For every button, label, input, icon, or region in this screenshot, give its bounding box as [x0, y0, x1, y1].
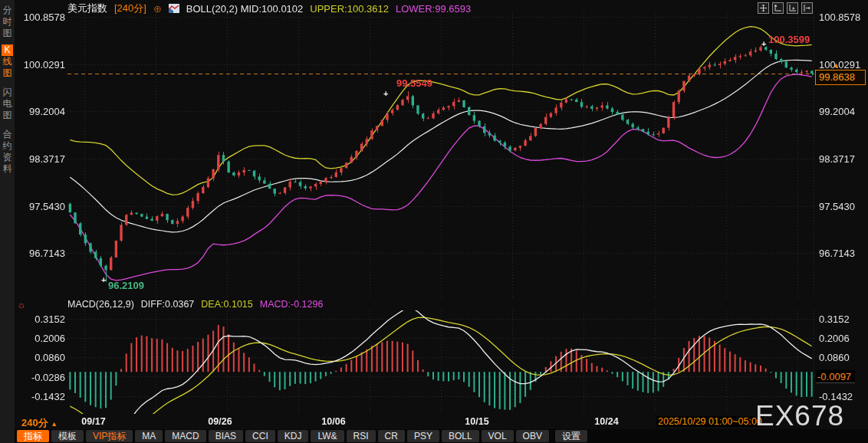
alert-icon[interactable]: ☼ [17, 300, 26, 310]
target-circle-icon[interactable]: ⊕ [153, 3, 162, 15]
ma-button[interactable]: MA [135, 430, 163, 442]
chart-header: 美元指数 [240分] ⊕ BOLL(20,2) MID:100.0102 UP… [67, 2, 471, 15]
app-window: 分时图 K 线图 闪电图 合约资料 美元指数 [240分] ⊕ BOLL(20,… [0, 0, 868, 443]
macd-axis-label: 0.3152 [0, 313, 65, 325]
period-corner-label[interactable]: 240分 ▲ [21, 416, 58, 430]
swing-high-marker-icon: + [383, 90, 388, 97]
candlestick-chart-canvas[interactable] [0, 0, 868, 429]
period-text: 240分 [21, 417, 48, 428]
period-up-arrow-icon: ▲ [51, 420, 58, 428]
sidebar-tab-label: 合约资料 [2, 129, 13, 175]
y-axis-label: 100.0291 [0, 59, 65, 71]
macd-diff-value: DIFF:0.0367 [141, 299, 194, 310]
period-label: [240分] [114, 2, 146, 15]
macd-axis-label: 0.0860 [0, 352, 65, 363]
y-axis-label: 96.7143 [0, 248, 65, 259]
boll-button[interactable]: BOLL [442, 430, 479, 442]
chart-tool-icons [758, 2, 813, 14]
boll-lower-value: LOWER:99.6593 [396, 3, 471, 15]
boll-settings-label: BOLL(20,2) MID:100.0102 [186, 3, 303, 15]
x-axis-row: 240分 ▲ 09/17 09/26 10/06 10/15 10/24 202… [0, 415, 868, 429]
macd-axis-label: 0.2006 [0, 333, 65, 344]
sidebar-tab-contract-info[interactable]: 合约资料 [0, 129, 15, 175]
bottom-toolbar: 指标 模板 VIP指标 MA MACD BIAS CCI KDJ LW& RSI… [15, 429, 868, 443]
macd-title: MACD(26,12,9) [67, 299, 134, 310]
settings-button[interactable]: 设置 [555, 430, 587, 442]
y-axis-label: 100.8578 [819, 11, 860, 23]
cr-button[interactable]: CR [378, 430, 405, 442]
psy-button[interactable]: PSY [407, 430, 439, 442]
y-axis-label: 100.8578 [0, 11, 65, 23]
y-axis-label: 98.3717 [819, 153, 855, 165]
low-price-label: 96.2109 [108, 280, 144, 291]
obv-button[interactable]: OBV [516, 430, 549, 442]
y-axis-label: 96.7143 [819, 248, 855, 259]
macd-value-badge: -0.0097 [816, 370, 855, 383]
lwr-button[interactable]: LW& [311, 430, 344, 442]
cci-button[interactable]: CCI [245, 430, 275, 442]
template-button[interactable]: 模板 [51, 430, 84, 442]
kdj-button[interactable]: KDJ [278, 430, 309, 442]
vip-indicator-button[interactable]: VIP指标 [86, 430, 133, 442]
macd-axis-label: 0.3152 [819, 313, 850, 325]
y-axis-label: 97.5430 [0, 201, 65, 212]
x-axis-date: 10/06 [321, 416, 345, 427]
vol-button[interactable]: VOL [482, 430, 514, 442]
macd-dea-value: DEA:0.1015 [201, 299, 252, 310]
bias-button[interactable]: BIAS [209, 430, 243, 442]
low-marker-icon: + [101, 277, 106, 283]
swing-high-price-label: 99.5549 [396, 77, 432, 89]
x-axis-date: 10/24 [594, 416, 618, 427]
sidebar-tab-label-active: K [2, 44, 13, 56]
scale-right-axis-icon[interactable] [787, 2, 798, 14]
pan-right-icon[interactable] [801, 2, 813, 14]
watermark: EX678 [755, 402, 844, 431]
high-price-label: 100.3599 [768, 34, 810, 45]
last-price-badge: 99.8638 [815, 70, 866, 85]
price-up-arrow-icon: ▲ [833, 61, 840, 69]
scale-left-axis-icon[interactable] [772, 2, 784, 14]
symbol-name: 美元指数 [67, 2, 107, 15]
x-axis-date: 10/15 [465, 416, 488, 427]
indicator-button[interactable]: 指标 [17, 430, 49, 442]
y-axis-label: 98.3717 [0, 153, 65, 165]
x-axis-date: 09/17 [81, 416, 105, 427]
datetime-range-label: 2025/10/29 01:00~05:00 [656, 416, 764, 427]
chart-style-icon[interactable] [169, 4, 179, 13]
macd-header: MACD(26,12,9) DIFF:0.0367 DEA:0.1015 MAC… [67, 299, 323, 310]
x-axis-date: 09/26 [208, 416, 232, 427]
high-marker-icon: + [761, 41, 766, 47]
pan-icon[interactable] [758, 2, 769, 14]
rsi-button[interactable]: RSI [347, 430, 376, 442]
y-axis-label: 97.5430 [819, 201, 855, 212]
y-axis-label: 100.0291 [819, 59, 860, 71]
macd-bar-value: MACD:-0.1296 [260, 299, 324, 310]
macd-axis-label: -0.1432 [0, 391, 65, 402]
macd-button[interactable]: MACD [165, 430, 205, 442]
y-axis-label: 99.2004 [0, 106, 65, 117]
macd-axis-label: -0.0286 [0, 372, 65, 383]
macd-axis-label: 0.0860 [819, 352, 850, 363]
y-axis-label: 99.2004 [819, 106, 855, 117]
boll-upper-value: UPPER:100.3612 [310, 3, 389, 15]
macd-axis-label: 0.2006 [819, 333, 850, 344]
